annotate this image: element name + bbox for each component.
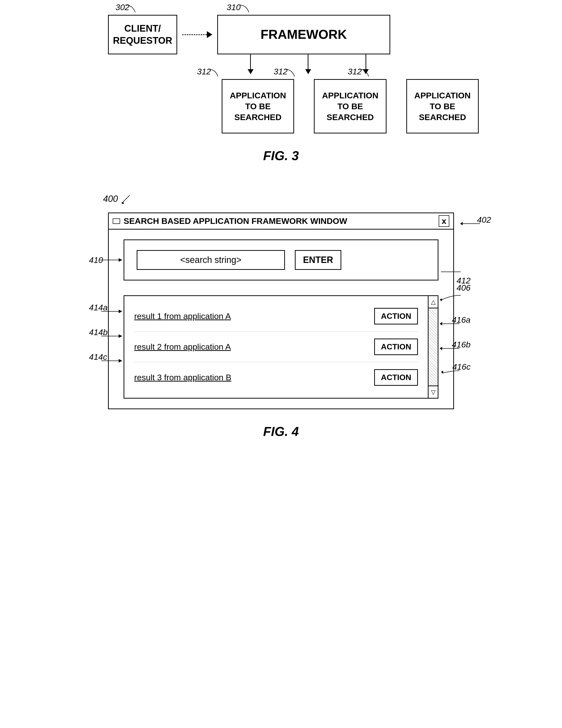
app-line3-3: SEARCHED (414, 112, 471, 123)
enter-button[interactable]: ENTER (295, 250, 341, 270)
scroll-up-button[interactable]: △ (429, 296, 438, 308)
svg-marker-5 (440, 298, 442, 301)
client-line2: REQUESTOR (113, 35, 172, 47)
svg-marker-16 (441, 371, 443, 374)
app-box-2: APPLICATION TO BE SEARCHED (314, 79, 386, 133)
result-link-2[interactable]: result 2 from application A (134, 342, 231, 352)
app-line2-1: TO BE (230, 101, 286, 112)
window-title-bar: SEARCH BASED APPLICATION FRAMEWORK WINDO… (109, 213, 453, 230)
svg-marker-15 (440, 347, 442, 350)
fig3-caption: FIG. 3 (263, 148, 299, 163)
arrow-down-1 (248, 54, 254, 74)
search-input[interactable]: <search string> (137, 250, 285, 270)
action-button-1[interactable]: ACTION (374, 308, 418, 324)
svg-marker-13 (440, 322, 442, 325)
client-line1: CLIENT/ (113, 22, 172, 35)
app-line1-1: APPLICATION (230, 90, 286, 101)
svg-marker-7 (119, 310, 122, 313)
svg-marker-18 (460, 222, 463, 225)
window-title-text: SEARCH BASED APPLICATION FRAMEWORK WINDO… (124, 216, 347, 226)
scrollbar[interactable]: △ ▽ (428, 296, 438, 398)
window-icon (113, 218, 120, 224)
app-box-1: APPLICATION TO BE SEARCHED (222, 79, 294, 133)
svg-line-0 (122, 195, 130, 203)
scroll-track[interactable] (429, 308, 438, 385)
svg-marker-3 (119, 258, 122, 262)
result-link-3[interactable]: result 3 from application B (134, 373, 231, 382)
result-row-1: result 1 from application A ACTION (134, 301, 418, 332)
client-requestor-box: CLIENT/ REQUESTOR (108, 15, 177, 54)
search-area-410: <search string> ENTER (124, 239, 438, 280)
results-area-406: result 1 from application A ACTION resul… (124, 295, 438, 399)
svg-marker-1 (121, 202, 124, 204)
result-row-3: result 3 from application B ACTION (134, 362, 418, 393)
window-box-402: SEARCH BASED APPLICATION FRAMEWORK WINDO… (108, 213, 454, 409)
ref-400-label: 400 (103, 193, 479, 205)
window-close-button[interactable]: x (439, 215, 449, 227)
action-button-2[interactable]: ACTION (374, 339, 418, 355)
ref-406-label: 406 (456, 283, 471, 293)
scroll-down-button[interactable]: ▽ (429, 385, 438, 398)
app-line3-1: SEARCHED (230, 112, 286, 123)
framework-label: FRAMEWORK (260, 26, 347, 43)
svg-marker-11 (119, 359, 122, 363)
action-button-3[interactable]: ACTION (374, 369, 418, 386)
framework-box: FRAMEWORK (217, 15, 390, 54)
app-line1-3: APPLICATION (414, 90, 471, 101)
result-row-2: result 2 from application A ACTION (134, 332, 418, 362)
fig4-caption: FIG. 4 (263, 424, 299, 439)
dashed-arrow (182, 31, 212, 38)
app-line2-3: TO BE (414, 101, 471, 112)
svg-marker-9 (119, 334, 122, 338)
app-box-3: APPLICATION TO BE SEARCHED (406, 79, 479, 133)
arrow-down-2 (305, 54, 311, 74)
app-line1-2: APPLICATION (322, 90, 378, 101)
app-line3-2: SEARCHED (322, 112, 378, 123)
result-link-1[interactable]: result 1 from application A (134, 311, 231, 321)
app-line2-2: TO BE (322, 101, 378, 112)
